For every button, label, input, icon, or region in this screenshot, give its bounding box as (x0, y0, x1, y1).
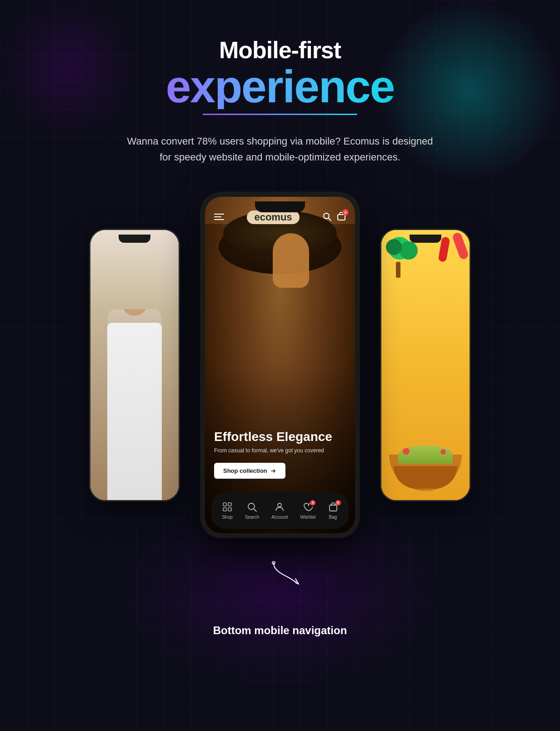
menu-icon[interactable] (214, 213, 224, 221)
search-nav-icon (247, 502, 257, 513)
svg-rect-6 (223, 503, 226, 506)
svg-point-12 (278, 503, 281, 507)
wishlist-badge: 0 (310, 500, 315, 506)
shop-icon (222, 502, 232, 513)
search-icon[interactable] (322, 212, 331, 223)
phone-center-notch (255, 201, 305, 212)
nav-label-account: Account (271, 515, 288, 520)
subtitle: Wanna convert 78% users shopping via mob… (125, 133, 435, 165)
svg-point-10 (248, 503, 255, 510)
shop-collection-button[interactable]: Shop collection (214, 463, 285, 479)
annotation-section (75, 561, 485, 615)
app-icons: 0 (322, 212, 346, 223)
phone-right (380, 229, 471, 501)
nav-label-wishlist: Wishlist (300, 515, 315, 520)
hero-title: Effortless Elegance (214, 430, 346, 444)
page-container: Mobile-first experience Wanna convert 78… (0, 0, 560, 731)
nav-label-shop: Shop (222, 515, 232, 520)
svg-line-4 (329, 218, 331, 220)
phones-container: ecomus 0 (75, 192, 485, 565)
arrow-annotation (269, 561, 305, 587)
svg-rect-0 (214, 214, 224, 215)
svg-point-3 (324, 213, 329, 219)
cart-badge: 0 (342, 209, 349, 215)
phone-bottom-nav: Shop Search (211, 492, 349, 529)
bag-icon-wrapper: 0 (328, 502, 338, 513)
underline-decoration (203, 114, 357, 115)
svg-rect-7 (228, 503, 231, 506)
phone-center: ecomus 0 (200, 192, 360, 538)
phone-right-content (381, 230, 470, 500)
app-logo: ecomus (247, 210, 299, 224)
page-title: Mobile-first (125, 36, 435, 64)
phone-right-notch (410, 235, 441, 243)
nav-item-wishlist[interactable]: 0 Wishlist (300, 502, 315, 520)
cart-icon[interactable]: 0 (337, 212, 346, 223)
bottom-nav-label: Bottom mobile navigation (213, 624, 347, 637)
phone-left (89, 229, 180, 501)
phone-left-content (90, 230, 179, 500)
nav-item-account[interactable]: Account (271, 502, 288, 520)
hero-content: Effortless Elegance From casual to forma… (214, 430, 346, 479)
wishlist-icon-wrapper: 0 (303, 502, 313, 513)
bag-badge: 0 (335, 500, 341, 506)
svg-line-11 (254, 509, 256, 511)
svg-rect-1 (214, 216, 221, 217)
svg-rect-13 (330, 505, 337, 511)
svg-rect-2 (214, 219, 224, 220)
header-section: Mobile-first experience Wanna convert 78… (125, 36, 435, 192)
nav-label-bag: Bag (329, 515, 337, 520)
phone-left-notch (119, 235, 150, 243)
nav-item-bag[interactable]: 0 Bag (328, 502, 338, 520)
svg-rect-5 (338, 215, 345, 220)
annotation-arrow-svg (269, 561, 305, 586)
phone-screen: ecomus 0 (205, 197, 355, 533)
hero-subtitle: From casual to formal, we've got you cov… (214, 447, 346, 454)
nav-item-shop[interactable]: Shop (222, 502, 232, 520)
svg-rect-8 (223, 508, 226, 511)
nav-item-search[interactable]: Search (245, 502, 260, 520)
svg-rect-9 (228, 508, 231, 511)
experience-heading: experience (125, 64, 435, 109)
nav-label-search: Search (245, 515, 260, 520)
account-icon (275, 502, 285, 513)
